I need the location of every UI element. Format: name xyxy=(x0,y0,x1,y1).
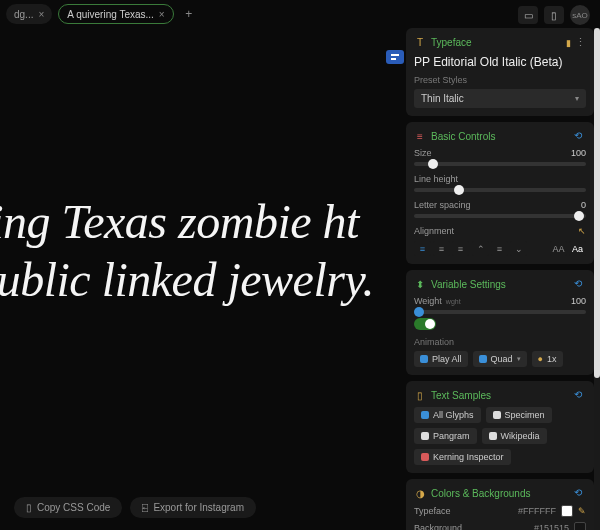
close-icon[interactable]: × xyxy=(38,9,44,20)
alignment-label: Alignment xyxy=(414,226,454,236)
preset-styles-label: Preset Styles xyxy=(414,75,586,85)
panel-typeface: T Typeface ▮ ⋮ PP Editorial Old Italic (… xyxy=(406,28,594,116)
alignment-controls: ≡ ≡ ≡ ⌃ ≡ ⌄ AA Aa xyxy=(414,241,586,256)
sync-icon[interactable]: ⟲ xyxy=(574,278,586,290)
weight-slider[interactable] xyxy=(414,310,586,314)
letter-spacing-slider[interactable] xyxy=(414,214,586,218)
align-top-button[interactable]: ⌃ xyxy=(472,241,489,256)
easing-select[interactable]: Quad ▾ xyxy=(473,351,527,367)
close-icon[interactable]: × xyxy=(159,9,165,20)
export-instagram-button[interactable]: ⍇ Export for Instagram xyxy=(130,497,256,518)
line-height-label: Line height xyxy=(414,174,458,184)
workspace: ering Texas zombie ht republic linked je… xyxy=(0,28,600,530)
preset-select[interactable]: Thin Italic ▾ xyxy=(414,89,586,108)
new-tab-button[interactable]: + xyxy=(180,5,198,23)
specimen-button[interactable]: Specimen xyxy=(486,407,552,423)
preset-value: Thin Italic xyxy=(421,93,464,104)
side-panel: T Typeface ▮ ⋮ PP Editorial Old Italic (… xyxy=(406,28,594,530)
play-icon xyxy=(420,355,428,363)
case-upper-button[interactable]: AA xyxy=(550,241,567,256)
export-actions: ▯ Copy CSS Code ⍇ Export for Instagram xyxy=(14,497,256,518)
align-left-button[interactable]: ≡ xyxy=(414,241,431,256)
panel-variable-settings: ⬍ Variable Settings ⟲ Weight wght 100 An… xyxy=(406,270,594,375)
copy-icon: ▯ xyxy=(26,502,32,513)
topbar-actions: ▭ ▯ sAO xyxy=(518,5,590,25)
size-value: 100 xyxy=(571,148,586,158)
grid-icon xyxy=(421,411,429,419)
align-center-button[interactable]: ≡ xyxy=(433,241,450,256)
panel-basic-controls: ≡ Basic Controls ⟲ Size 100 Line height xyxy=(406,122,594,264)
background-swatch[interactable] xyxy=(574,522,586,530)
preview-text: ering Texas zombie ht republic linked je… xyxy=(0,193,400,308)
lock-icon[interactable]: ✎ xyxy=(578,506,586,516)
speed-icon: ● xyxy=(538,354,543,364)
sync-icon[interactable]: ⟲ xyxy=(574,487,586,499)
panel-title: Basic Controls xyxy=(431,131,569,142)
panel-title: Variable Settings xyxy=(431,279,569,290)
typeface-hex: #FFFFFF xyxy=(518,506,556,516)
weight-label: Weight wght xyxy=(414,296,461,306)
window-icon[interactable]: ▭ xyxy=(518,6,538,24)
sync-icon[interactable]: ⟲ xyxy=(574,130,586,142)
animate-toggle[interactable] xyxy=(414,318,436,330)
tab-label: dg... xyxy=(14,9,33,20)
svg-rect-1 xyxy=(391,58,396,60)
font-name: PP Editorial Old Italic (Beta) xyxy=(414,55,586,69)
kerning-icon xyxy=(421,453,429,461)
bookmark-icon[interactable]: ▮ xyxy=(566,38,571,48)
size-label: Size xyxy=(414,148,432,158)
panel-colors: ◑ Colors & Backgrounds ⟲ Typeface #FFFFF… xyxy=(406,479,594,530)
panel-text-samples: ▯ Text Samples ⟲ All Glyphs Specimen Pan… xyxy=(406,381,594,473)
animation-label: Animation xyxy=(414,337,586,347)
case-title-button[interactable]: Aa xyxy=(569,241,586,256)
samples-icon: ▯ xyxy=(414,389,426,401)
align-middle-button[interactable]: ≡ xyxy=(491,241,508,256)
sliders-icon: ≡ xyxy=(414,130,426,142)
canvas: ering Texas zombie ht republic linked je… xyxy=(0,28,406,530)
cursor-icon: ↖ xyxy=(578,226,586,236)
panel-title: Text Samples xyxy=(431,390,569,401)
variable-icon: ⬍ xyxy=(414,278,426,290)
panel-title: Colors & Backgrounds xyxy=(431,488,569,499)
all-glyphs-button[interactable]: All Glyphs xyxy=(414,407,481,423)
tab-active[interactable]: A quivering Texas... × xyxy=(58,4,173,24)
scrollbar[interactable] xyxy=(594,28,600,530)
page-icon xyxy=(493,411,501,419)
background-hex: #151515 xyxy=(534,523,569,530)
more-icon[interactable]: ⋮ xyxy=(575,36,586,49)
align-bottom-button[interactable]: ⌄ xyxy=(510,241,527,256)
play-all-button[interactable]: Play All xyxy=(414,351,468,367)
export-icon: ⍇ xyxy=(142,502,148,513)
line-height-slider[interactable] xyxy=(414,188,586,192)
kerning-inspector-button[interactable]: Kerning Inspector xyxy=(414,449,511,465)
chevron-down-icon: ▾ xyxy=(517,355,521,363)
svg-rect-0 xyxy=(391,54,399,56)
curve-icon xyxy=(479,355,487,363)
tab-inactive[interactable]: dg... × xyxy=(6,4,52,24)
wikipedia-button[interactable]: Wikipedia xyxy=(482,428,547,444)
page-icon xyxy=(489,432,497,440)
pangram-button[interactable]: Pangram xyxy=(414,428,477,444)
page-icon[interactable]: ▯ xyxy=(544,6,564,24)
typeface-swatch[interactable] xyxy=(561,505,573,517)
export-label: Export for Instagram xyxy=(153,502,244,513)
background-color-label: Background xyxy=(414,523,462,530)
avatar[interactable]: sAO xyxy=(570,5,590,25)
letter-spacing-value: 0 xyxy=(581,200,586,210)
tab-bar: dg... × A quivering Texas... × + ▭ ▯ sAO xyxy=(0,0,600,28)
copy-css-label: Copy CSS Code xyxy=(37,502,110,513)
typeface-color-label: Typeface xyxy=(414,506,451,516)
palette-icon: ◑ xyxy=(414,487,426,499)
panel-title: Typeface xyxy=(431,37,561,48)
speed-button[interactable]: ● 1x xyxy=(532,351,563,367)
typeface-icon: T xyxy=(414,37,426,49)
page-icon xyxy=(421,432,429,440)
align-right-button[interactable]: ≡ xyxy=(452,241,469,256)
tab-label: A quivering Texas... xyxy=(67,9,154,20)
chevron-down-icon: ▾ xyxy=(575,94,579,103)
sync-icon[interactable]: ⟲ xyxy=(574,389,586,401)
scrollbar-thumb[interactable] xyxy=(594,28,600,378)
size-slider[interactable] xyxy=(414,162,586,166)
style-tag-icon[interactable] xyxy=(386,50,404,64)
copy-css-button[interactable]: ▯ Copy CSS Code xyxy=(14,497,122,518)
